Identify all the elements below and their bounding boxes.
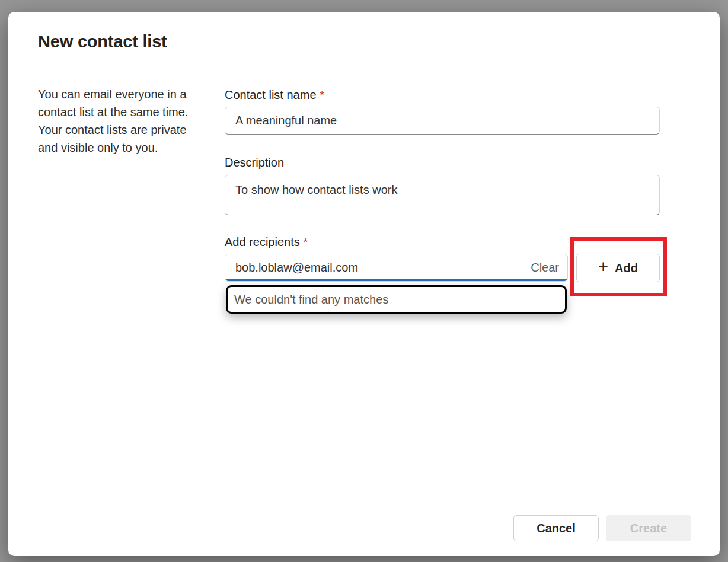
required-asterisk: * (304, 236, 308, 248)
no-matches-message: We couldn't find any matches (234, 293, 388, 306)
required-asterisk: * (320, 89, 324, 101)
page-title: New contact list (38, 32, 167, 52)
add-button[interactable]: + Add (576, 254, 660, 282)
add-recipients-label-text: Add recipients (225, 235, 300, 248)
contact-list-name-label-text: Contact list name (225, 88, 317, 101)
contact-list-name-input[interactable] (225, 107, 660, 135)
recipients-search-input[interactable] (225, 254, 486, 280)
clear-button[interactable]: Clear (531, 254, 559, 280)
add-button-label: Add (615, 261, 638, 275)
contact-list-form: Contact list name* Description To show h… (225, 88, 660, 282)
recipients-input-box: Clear (225, 254, 568, 282)
recipient-suggestions-dropdown: We couldn't find any matches (226, 285, 567, 314)
description-textarea[interactable]: To show how contact lists work (225, 175, 660, 215)
create-button[interactable]: Create (606, 515, 691, 541)
contact-list-info-text: You can email everyone in a contact list… (38, 85, 204, 157)
description-label: Description (225, 156, 660, 169)
modal-backdrop: New contact list You can email everyone … (0, 0, 728, 562)
new-contact-list-dialog: New contact list You can email everyone … (8, 12, 720, 556)
plus-icon: + (598, 258, 608, 276)
contact-list-name-label: Contact list name* (225, 88, 660, 101)
add-recipients-label: Add recipients* (225, 235, 660, 248)
cancel-button[interactable]: Cancel (513, 515, 599, 541)
